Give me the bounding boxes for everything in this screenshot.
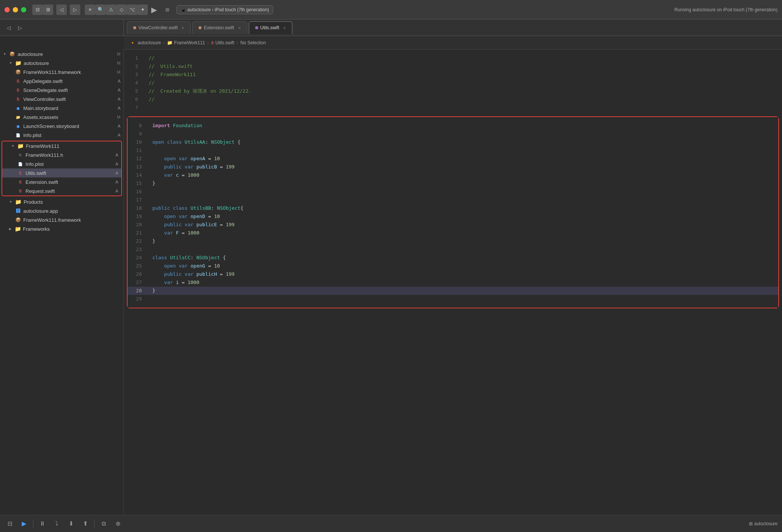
hierarchy-icon[interactable]: ≡ (85, 5, 95, 15)
sidebar-item-assets[interactable]: 📁 Assets.xcassets M (0, 113, 123, 122)
framework-icon: 📦 (15, 69, 21, 75)
storyboard-icon-main: ◼ (15, 105, 21, 111)
tab-viewcontroller[interactable]: ViewController.swift ✕ (127, 21, 191, 34)
sidebar-label-infoplist-fw: Info.plist (26, 161, 44, 167)
tab-utils[interactable]: Utils.swift ✕ (249, 21, 293, 34)
breadcrumb-file[interactable]: S Utils.swift (211, 40, 235, 45)
breadcrumb-project[interactable]: autoclosure (138, 40, 161, 45)
sidebar-item-launchscreen[interactable]: ◼ LaunchScreen.storyboard A (0, 122, 123, 131)
code-line-21: var F = 1000 (146, 229, 778, 237)
sidebar-item-framework111-folder[interactable]: ▼ 📁 FrameWork111 (2, 141, 121, 150)
nav-back-icon[interactable]: ◁ (5, 24, 13, 32)
sidebar-item-autoclosure-folder[interactable]: ▼ 📁 autoclosure M (0, 59, 123, 68)
sidebar-item-frameworks[interactable]: ▶ 📁 Frameworks (0, 224, 123, 233)
code-in-border: 8 9 10 11 12 13 14 15 16 17 18 19 20 21 … (128, 117, 778, 308)
library-icon[interactable]: ✦ (137, 5, 148, 15)
nav-right-icon[interactable]: ▷ (70, 5, 80, 15)
step-out-icon[interactable]: ⬆ (80, 518, 90, 529)
git-icon[interactable]: ⌥ (127, 5, 137, 15)
sidebar-item-mainstoryboard[interactable]: ◼ Main.storyboard A (0, 104, 123, 113)
request-badge: A (116, 189, 118, 193)
folder-icon-fw111: 📁 (18, 143, 24, 149)
fullscreen-button[interactable] (21, 7, 26, 12)
status-text: Running autoclosure on iPod touch (7th g… (674, 7, 777, 12)
memory-debugger-icon[interactable]: ⊕ (113, 518, 123, 529)
sidebar-item-infoplist-fw[interactable]: 📄 Info.plist A (2, 159, 121, 168)
sidebar-item-viewcontroller[interactable]: S ViewController.swift A (0, 95, 123, 104)
scheme-name: autoclosure (754, 521, 777, 526)
line-numbers-main: 8 9 10 11 12 13 14 15 16 17 18 19 20 21 … (128, 117, 146, 308)
sidebar-item-autoclosure-app[interactable]: 🅰 autoclosure.app (0, 206, 123, 215)
run-button[interactable]: ▶ (148, 4, 160, 16)
minimize-button[interactable] (13, 7, 18, 12)
code-line-1: // (143, 54, 782, 62)
sidebar-label-scenedelegate: SceneDelegate.swift (23, 87, 68, 93)
search-icon[interactable]: 🔍 (95, 5, 106, 15)
breadcrumb: 🔸 autoclosure › 📁 FrameWork111 › S Utils… (124, 36, 782, 50)
sidebar-item-framework111-product[interactable]: 📦 FrameWork111.framework (0, 215, 123, 224)
tab-close-extension[interactable]: ✕ (238, 26, 241, 30)
scheme-label: ⊞ autoclosure (749, 521, 777, 526)
sidebar-item-infoplist-main[interactable]: 📄 Info.plist A (0, 131, 123, 140)
sidebar-label-framework111-fw: FrameWork111.framework (23, 69, 81, 75)
sidebar-item-framework111-h[interactable]: h FrameWork111.h A (2, 150, 121, 159)
sidebar-item-appdelegate[interactable]: S AppDelegate.swift A (0, 77, 123, 86)
code-line-20: public var publicE = 199 (146, 221, 778, 229)
red-border-framework111: ▼ 📁 FrameWork111 h FrameWork111.h A 📄 In… (2, 141, 122, 196)
sidebar-item-scenedelegate[interactable]: S SceneDelegate.swift A (0, 86, 123, 95)
stop-button[interactable]: ■ (161, 4, 173, 16)
chevron-down-icon-products: ▼ (9, 200, 12, 204)
code-line-24: class UtilsCC: NSObject { (146, 254, 778, 262)
sidebar-label-products: Products (24, 199, 43, 205)
tab-dot-viewcontroller (133, 26, 136, 29)
sidebar-root[interactable]: ▼ 📦 autoclosure M (0, 50, 123, 59)
sidebar-item-framework111-fw[interactable]: 📦 FrameWork111.framework M (0, 68, 123, 77)
console-toggle-icon[interactable]: ⊟ (5, 518, 15, 529)
tab-extension[interactable]: Extension.swift ✕ (192, 21, 247, 34)
toolbar-icons: ⊞ ◁ ▷ (43, 5, 80, 15)
sidebar-label-fw111-h: FrameWork111.h (26, 152, 63, 158)
sidebar-label-autoclosure-app: autoclosure.app (23, 208, 58, 214)
code-line-23 (146, 245, 778, 254)
pause-icon[interactable]: ⏸ (37, 518, 48, 529)
close-button[interactable] (5, 7, 10, 12)
plist-icon-main: 📄 (15, 132, 21, 138)
bottom-bar: ⊟ ▶ ⏸ ⤵ ⬇ ⬆ ⧉ ⊕ ⊞ autoclosure (0, 515, 782, 532)
sidebar-item-extension[interactable]: S Extension.swift A (2, 177, 121, 186)
viewcontroller-badge: A (118, 97, 120, 101)
sidebar-label-autoclosure: autoclosure (24, 60, 49, 66)
chevron-down-icon-autoclosure: ▼ (9, 61, 12, 65)
swift-icon-utils: S (17, 170, 23, 176)
tab-close-viewcontroller[interactable]: ✕ (181, 26, 184, 30)
sidebar-item-products[interactable]: ▼ 📁 Products (0, 197, 123, 206)
red-border-code: 8 9 10 11 12 13 14 15 16 17 18 19 20 21 … (127, 116, 779, 308)
plist-icon-fw: 📄 (17, 161, 23, 167)
sidebar-toggle-icon[interactable]: ⊟ (32, 5, 43, 15)
code-line-5: // Created by 张璟冰 on 2021/12/22. (143, 87, 782, 95)
traffic-lights (5, 7, 26, 12)
code-text-main: import Foundation open class UtilsAA: NS… (146, 117, 778, 308)
infoplist-main-badge: A (118, 133, 120, 137)
device-selector[interactable]: 📱 autoclosure › iPod touch (7th generati… (176, 5, 273, 14)
code-line-11 (146, 146, 778, 155)
view-debugger-icon[interactable]: ⧉ (98, 518, 109, 529)
scheme-icon[interactable]: ⊞ (43, 5, 53, 15)
step-over-icon[interactable]: ⤵ (51, 518, 62, 529)
tab-label-extension: Extension.swift (204, 25, 234, 30)
swift-icon-scenedelegate: S (15, 87, 21, 93)
tab-close-utils[interactable]: ✕ (283, 26, 286, 30)
breadcrumb-folder[interactable]: 📁 FrameWork111 (167, 40, 205, 45)
sidebar-item-utils[interactable]: S Utils.swift A (2, 168, 121, 177)
bottom-divider-2 (94, 520, 95, 528)
code-editor[interactable]: 1 2 3 4 5 6 7 // // Utils.swift // Frame… (124, 50, 782, 515)
sidebar-item-request[interactable]: S Request.swift A (2, 186, 121, 195)
step-into-icon[interactable]: ⬇ (66, 518, 76, 529)
sidebar-label-appdelegate: AppDelegate.swift (23, 78, 63, 84)
nav-left-icon[interactable]: ◁ (56, 5, 67, 15)
sidebar: ▼ 📦 autoclosure M ▼ 📁 autoclosure M 📦 Fr… (0, 50, 124, 515)
nav-forward-icon[interactable]: ▷ (16, 24, 24, 32)
warning-icon[interactable]: ⚠ (106, 5, 116, 15)
run-indicator-icon[interactable]: ▶ (19, 518, 29, 529)
app-icon: 🅰 (15, 208, 21, 214)
breakpoint-icon[interactable]: ◇ (116, 5, 127, 15)
